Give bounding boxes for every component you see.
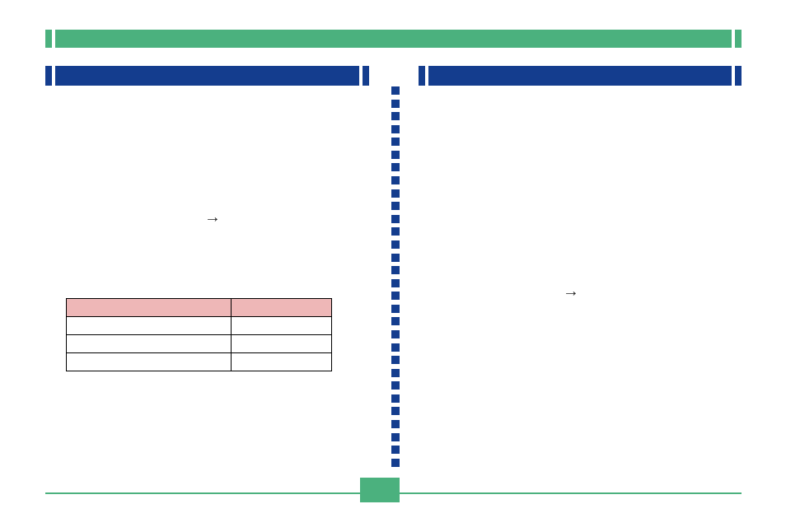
column-divider bbox=[391, 86, 400, 467]
table-cell bbox=[231, 353, 331, 371]
table-row bbox=[67, 353, 332, 371]
right-column bbox=[394, 66, 742, 469]
divider-dot bbox=[391, 343, 400, 352]
table-cell bbox=[67, 317, 232, 335]
table-header-cell bbox=[231, 299, 331, 317]
divider-dot bbox=[391, 240, 400, 249]
divider-dot bbox=[391, 394, 400, 403]
header-bar-mid bbox=[55, 30, 732, 48]
header-bar-cap-right bbox=[735, 30, 742, 48]
table-cell bbox=[67, 353, 232, 371]
divider-dot bbox=[391, 407, 400, 415]
table-header-cell bbox=[67, 299, 232, 317]
data-table bbox=[66, 298, 332, 371]
divider-dot bbox=[391, 330, 400, 338]
right-bar-cap-left bbox=[419, 66, 425, 86]
divider-dot bbox=[391, 292, 400, 300]
left-bar-cap-right bbox=[363, 66, 369, 86]
left-column bbox=[45, 66, 394, 469]
divider-dot bbox=[391, 163, 400, 171]
header-bar-cap-left bbox=[45, 30, 52, 48]
divider-dot bbox=[391, 369, 400, 377]
right-bar-mid bbox=[428, 66, 732, 86]
right-column-header-bar bbox=[419, 66, 742, 86]
table-row bbox=[67, 317, 332, 335]
divider-dot bbox=[391, 151, 400, 159]
left-bar-cap-left bbox=[45, 66, 52, 86]
table-cell bbox=[231, 317, 331, 335]
divider-dot bbox=[391, 381, 400, 390]
divider-dot bbox=[391, 227, 400, 236]
divider-dot bbox=[391, 459, 400, 467]
table-cell bbox=[67, 335, 232, 353]
page-number-badge bbox=[360, 478, 400, 502]
divider-dot bbox=[391, 176, 400, 184]
divider-dot bbox=[391, 215, 400, 223]
divider-dot bbox=[391, 138, 400, 146]
arrow-icon: → bbox=[563, 283, 579, 302]
divider-dot bbox=[391, 279, 400, 287]
left-column-header-bar bbox=[45, 66, 369, 86]
divider-dot bbox=[391, 420, 400, 428]
left-bar-mid bbox=[55, 66, 359, 86]
table-row bbox=[67, 335, 332, 353]
divider-dot bbox=[391, 433, 400, 441]
divider-dot bbox=[391, 125, 400, 133]
divider-dot bbox=[391, 446, 400, 454]
divider-dot bbox=[391, 305, 400, 313]
divider-dot bbox=[391, 317, 400, 325]
divider-dot bbox=[391, 100, 400, 108]
arrow-icon: → bbox=[204, 209, 221, 228]
divider-dot bbox=[391, 266, 400, 274]
table-cell bbox=[231, 335, 331, 353]
page-header-bar bbox=[45, 30, 742, 48]
table-header-row bbox=[67, 299, 332, 317]
divider-dot bbox=[391, 254, 400, 262]
divider-dot bbox=[391, 86, 400, 95]
right-bar-cap-right bbox=[735, 66, 742, 86]
divider-dot bbox=[391, 112, 400, 120]
divider-dot bbox=[391, 189, 400, 198]
divider-dot bbox=[391, 202, 400, 210]
divider-dot bbox=[391, 356, 400, 364]
